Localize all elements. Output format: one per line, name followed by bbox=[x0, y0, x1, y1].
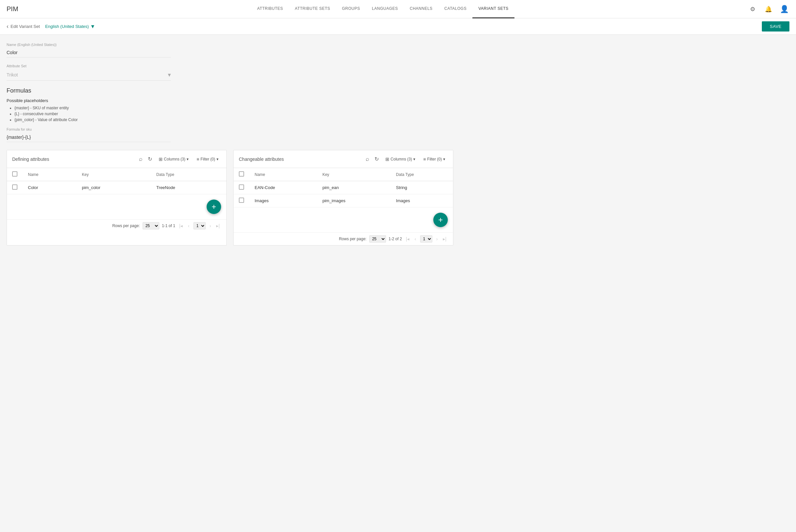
changeable-header-datatype: Data Type bbox=[391, 168, 453, 181]
nav-item-catalogs[interactable]: CATALOGS bbox=[438, 0, 473, 18]
defining-header-name: Name bbox=[23, 168, 76, 181]
prev-page-button[interactable]: ‹ bbox=[186, 223, 191, 229]
placeholder-item: {pim_color} - Value of attribute Color bbox=[15, 117, 453, 122]
page-select[interactable]: 1 bbox=[420, 235, 432, 243]
first-page-button[interactable]: |◂ bbox=[178, 223, 184, 229]
columns-dropdown-icon: ▾ bbox=[413, 157, 415, 162]
changeable-attributes-table: Name Key Data Type EAN-Code pim_ean Stri… bbox=[234, 168, 453, 207]
main-content: Name (English (United States)) Attribute… bbox=[0, 35, 460, 253]
main-nav: ATTRIBUTES ATTRIBUTE SETS GROUPS LANGUAG… bbox=[18, 0, 747, 18]
columns-icon: ⊞ bbox=[385, 156, 389, 162]
topbar: PIM ATTRIBUTES ATTRIBUTE SETS GROUPS LAN… bbox=[0, 0, 796, 18]
nav-item-attribute-sets[interactable]: ATTRIBUTE SETS bbox=[289, 0, 336, 18]
placeholder-item: {master} - SKU of master entity bbox=[15, 106, 453, 110]
range-label: 1-1 of 1 bbox=[162, 224, 176, 228]
changeable-fab-area: + bbox=[234, 207, 453, 232]
name-field-group: Name (English (United States)) bbox=[6, 43, 453, 57]
last-page-button[interactable]: ▸| bbox=[441, 236, 448, 242]
placeholders-label: Possible placeholders bbox=[6, 98, 453, 103]
formulas-title: Formulas bbox=[6, 87, 453, 94]
user-icon: 👤 bbox=[780, 5, 789, 14]
first-page-button[interactable]: |◂ bbox=[404, 236, 411, 242]
settings-button[interactable]: ⚙ bbox=[747, 4, 758, 15]
rows-per-page-select[interactable]: 25 50 100 bbox=[143, 222, 159, 229]
table-row: Images pim_images Images bbox=[234, 194, 453, 207]
defining-attributes-panel: Defining attributes ⌕ ↻ ⊞ Columns (3) ▾ … bbox=[6, 150, 227, 246]
filter-icon: ≡ bbox=[423, 156, 426, 162]
defining-attributes-table: Name Key Data Type Color pim_color TreeN… bbox=[7, 168, 227, 194]
changeable-columns-button[interactable]: ⊞ Columns (3) ▾ bbox=[383, 155, 418, 163]
columns-icon: ⊞ bbox=[159, 156, 163, 162]
row-checkbox[interactable] bbox=[239, 185, 244, 190]
tables-row: Defining attributes ⌕ ↻ ⊞ Columns (3) ▾ … bbox=[6, 150, 453, 246]
plus-icon: + bbox=[212, 202, 216, 211]
defining-attributes-title: Defining attributes bbox=[12, 156, 135, 162]
nav-item-variant-sets[interactable]: VARIANT SETS bbox=[472, 0, 514, 18]
app-logo: PIM bbox=[6, 5, 18, 13]
row-key: pim_color bbox=[76, 181, 151, 194]
changeable-search-button[interactable]: ⌕ bbox=[364, 154, 370, 164]
name-label: Name (English (United States)) bbox=[6, 43, 453, 46]
nav-item-groups[interactable]: GROUPS bbox=[336, 0, 366, 18]
search-icon: ⌕ bbox=[139, 156, 143, 163]
placeholder-item: {L} - consecutive number bbox=[15, 112, 453, 116]
changeable-refresh-button[interactable]: ↻ bbox=[373, 155, 380, 164]
defining-refresh-button[interactable]: ↻ bbox=[146, 155, 153, 164]
formula-sku-input[interactable] bbox=[6, 133, 171, 142]
last-page-button[interactable]: ▸| bbox=[215, 223, 221, 229]
row-checkbox-cell bbox=[7, 181, 23, 194]
nav-item-channels[interactable]: CHANNELS bbox=[404, 0, 438, 18]
language-label: English (United States) bbox=[45, 24, 89, 29]
changeable-header-checkbox[interactable] bbox=[239, 171, 244, 176]
nav-item-attributes[interactable]: ATTRIBUTES bbox=[251, 0, 289, 18]
defining-header-key: Key bbox=[76, 168, 151, 181]
notifications-button[interactable]: 🔔 bbox=[763, 4, 774, 15]
subheader: ‹ Edit Variant Set English (United State… bbox=[0, 18, 796, 35]
attribute-set-select[interactable]: Trikot ▾ bbox=[6, 69, 171, 81]
next-page-button[interactable]: › bbox=[208, 223, 213, 229]
save-button[interactable]: SAVE bbox=[762, 21, 790, 32]
search-icon: ⌕ bbox=[366, 156, 369, 163]
defining-add-button[interactable]: + bbox=[206, 200, 221, 214]
next-page-button[interactable]: › bbox=[435, 236, 439, 242]
defining-columns-button[interactable]: ⊞ Columns (3) ▾ bbox=[156, 155, 191, 163]
row-checkbox[interactable] bbox=[12, 185, 17, 190]
language-dropdown-icon: ▼ bbox=[90, 24, 95, 30]
row-checkbox[interactable] bbox=[239, 197, 244, 203]
user-menu-button[interactable]: 👤 bbox=[779, 4, 790, 15]
page-select[interactable]: 1 bbox=[194, 222, 206, 229]
rows-per-page-select[interactable]: 25 50 100 bbox=[369, 235, 386, 243]
settings-icon: ⚙ bbox=[750, 5, 755, 13]
name-input[interactable] bbox=[6, 48, 171, 57]
defining-columns-label: Columns (3) bbox=[164, 157, 185, 162]
nav-item-languages[interactable]: LANGUAGES bbox=[366, 0, 404, 18]
back-button[interactable]: ‹ Edit Variant Set bbox=[6, 23, 40, 30]
changeable-filter-button[interactable]: ≡ Filter (0) ▾ bbox=[420, 155, 448, 163]
placeholders-list: {master} - SKU of master entity {L} - co… bbox=[6, 106, 453, 122]
defining-pagination: Rows per page: 25 50 100 1-1 of 1 |◂ ‹ 1… bbox=[7, 219, 227, 232]
changeable-header-key: Key bbox=[317, 168, 391, 181]
filter-dropdown-icon: ▾ bbox=[443, 157, 445, 162]
prev-page-button[interactable]: ‹ bbox=[413, 236, 418, 242]
range-label: 1-2 of 2 bbox=[388, 236, 402, 241]
table-row: Color pim_color TreeNode bbox=[7, 181, 227, 194]
row-datatype: String bbox=[391, 181, 453, 194]
defining-filter-button[interactable]: ≡ Filter (0) ▾ bbox=[194, 155, 221, 163]
changeable-attributes-toolbar: Changeable attributes ⌕ ↻ ⊞ Columns (3) … bbox=[234, 150, 453, 168]
defining-fab-area: + bbox=[7, 194, 227, 219]
refresh-icon: ↻ bbox=[375, 156, 379, 162]
topbar-actions: ⚙ 🔔 👤 bbox=[747, 4, 790, 15]
language-selector[interactable]: English (United States) ▼ bbox=[45, 24, 95, 30]
changeable-pagination: Rows per page: 25 50 100 1-2 of 2 |◂ ‹ 1… bbox=[234, 232, 453, 245]
row-name: Images bbox=[249, 194, 317, 207]
changeable-filter-label: Filter (0) bbox=[427, 157, 442, 162]
defining-search-button[interactable]: ⌕ bbox=[138, 154, 144, 164]
defining-filter-label: Filter (0) bbox=[200, 157, 215, 162]
plus-icon: + bbox=[438, 215, 443, 225]
bell-icon: 🔔 bbox=[765, 5, 772, 13]
filter-dropdown-icon: ▾ bbox=[217, 157, 218, 162]
defining-attributes-toolbar: Defining attributes ⌕ ↻ ⊞ Columns (3) ▾ … bbox=[7, 150, 227, 168]
defining-header-checkbox[interactable] bbox=[12, 171, 17, 176]
changeable-add-button[interactable]: + bbox=[433, 213, 448, 227]
row-name: EAN-Code bbox=[249, 181, 317, 194]
